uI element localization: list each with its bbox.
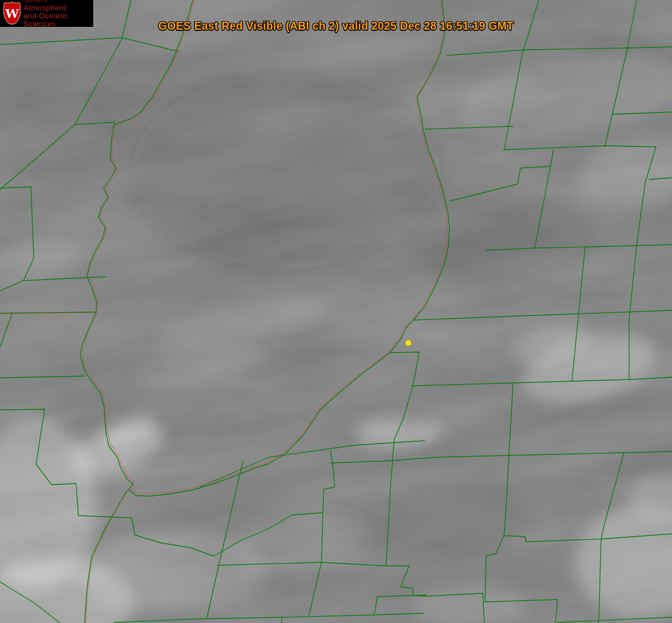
uw-aos-logo: W Department of Atmospheric and Oceanic … [0, 0, 93, 27]
logo-line-oceanic: and Oceanic Sciences [23, 12, 93, 27]
logo-text: Department of Atmospheric and Oceanic Sc… [23, 0, 93, 27]
satellite-image-page: GOES East Red Visible (ABI ch 2) valid 2… [0, 0, 672, 623]
map-canvas [0, 0, 672, 623]
satellite-background-layer [0, 0, 672, 623]
uw-crest-icon: W [3, 1, 21, 26]
logo-department-line: Department of [23, 0, 93, 3]
location-marker-dot [405, 340, 412, 346]
crest-letter: W [5, 6, 19, 21]
product-title: GOES East Red Visible (ABI ch 2) valid 2… [158, 19, 514, 33]
logo-line-atmospheric: Atmospheric [23, 4, 93, 12]
